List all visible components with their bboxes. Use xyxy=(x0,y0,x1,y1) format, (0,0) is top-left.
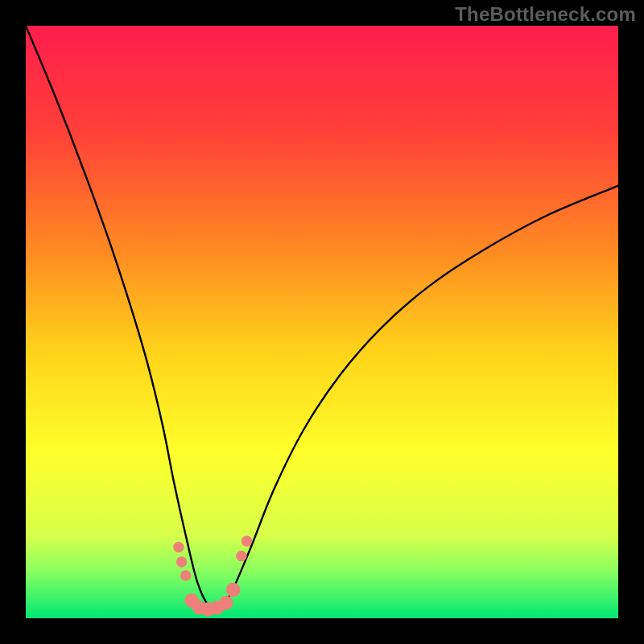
watermark-text: TheBottleneck.com xyxy=(455,3,636,26)
gradient-background xyxy=(26,26,618,618)
marker-dot xyxy=(176,556,187,567)
marker-dot xyxy=(180,570,191,580)
marker-dot xyxy=(226,583,241,597)
marker-dot xyxy=(173,542,184,552)
marker-dot xyxy=(219,596,233,610)
chart-area xyxy=(26,26,618,618)
marker-dot xyxy=(242,536,252,547)
bottleneck-chart xyxy=(26,26,618,618)
marker-dot xyxy=(236,551,246,561)
